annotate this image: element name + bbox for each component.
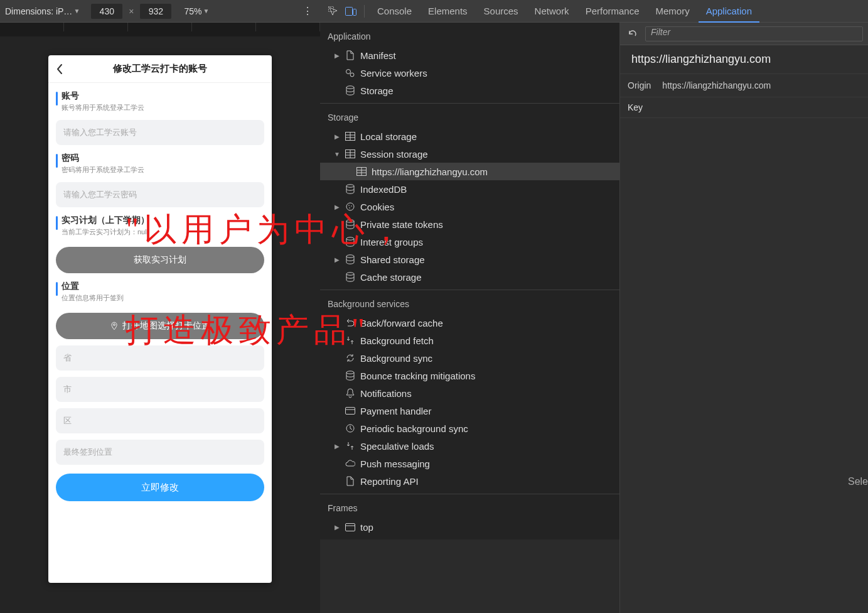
final-location-input[interactable]: 最终签到位置	[56, 440, 264, 465]
sidebar-item-label: IndexedDB	[360, 184, 407, 195]
device-viewport: 修改工学云打卡的账号 账号 账号将用于系统登录工学云 请输入您工学云账号	[0, 36, 320, 613]
svg-point-18	[346, 371, 354, 374]
fetch-icon	[345, 335, 355, 345]
sidebar-item-private-tokens[interactable]: Private state tokens	[320, 215, 619, 233]
sidebar-item-background-sync[interactable]: Background sync	[320, 349, 619, 367]
filter-input[interactable]: Filter	[645, 26, 863, 41]
sidebar-item-manifest[interactable]: ▶ Manifest	[320, 46, 619, 64]
chevron-right-icon: ▶	[334, 133, 340, 140]
document-icon	[345, 50, 355, 60]
field-marker	[56, 282, 58, 296]
sidebar-item-cache-storage[interactable]: Cache storage	[320, 268, 619, 286]
device-toolbar: Dimensions: iP… ▼ 430 × 932 75% ▼ ⋮	[0, 0, 320, 23]
sidebar-item-label: Shared storage	[360, 254, 425, 265]
svg-point-10	[346, 203, 354, 210]
sidebar-item-session-storage[interactable]: ▼ Session storage	[320, 145, 619, 163]
app-header: 修改工学云打卡的账号	[48, 55, 272, 83]
submit-button[interactable]: 立即修改	[56, 474, 264, 501]
zoom-label: 75%	[184, 6, 201, 16]
sidebar-item-label: Private state tokens	[360, 219, 443, 230]
sidebar-item-session-storage-host[interactable]: https://liangzhizhangyu.com	[320, 163, 619, 180]
password-input[interactable]: 请输入您工学云密码	[56, 182, 264, 207]
sidebar-item-frame-top[interactable]: ▶ top	[320, 518, 619, 536]
tab-memory[interactable]: Memory	[648, 0, 697, 23]
svg-point-12	[351, 205, 352, 207]
sidebar-item-push-messaging[interactable]: Push messaging	[320, 455, 619, 472]
sidebar-item-background-fetch[interactable]: Background fetch	[320, 332, 619, 349]
sidebar-item-bounce-mitigations[interactable]: Bounce tracking mitigations	[320, 367, 619, 384]
tab-sources[interactable]: Sources	[476, 0, 526, 23]
account-input[interactable]: 请输入您工学云账号	[56, 120, 264, 145]
inspect-element-icon[interactable]	[325, 3, 341, 19]
sidebar-item-periodic-sync[interactable]: Periodic background sync	[320, 420, 619, 437]
svg-point-16	[346, 255, 354, 258]
chevron-right-icon: ▶	[334, 203, 340, 210]
devtools-tabbar: Console Elements Sources Network Perform…	[320, 0, 868, 23]
sidebar-item-speculative-loads[interactable]: ▶ Speculative loads	[320, 437, 619, 455]
tab-network[interactable]: Network	[527, 0, 577, 23]
svg-point-13	[349, 207, 350, 209]
svg-rect-1	[346, 7, 353, 15]
times-separator: ×	[129, 6, 134, 16]
city-input[interactable]: 市	[56, 377, 264, 402]
sidebar-item-notifications[interactable]: Notifications	[320, 384, 619, 402]
credit-card-icon	[345, 406, 355, 416]
tab-elements[interactable]: Elements	[421, 0, 475, 23]
device-height-input[interactable]: 932	[140, 4, 171, 19]
sidebar-item-local-storage[interactable]: ▶ Local storage	[320, 127, 619, 145]
more-options-icon[interactable]: ⋮	[300, 5, 315, 17]
fetch-icon	[345, 441, 355, 451]
chevron-down-icon: ▼	[203, 8, 210, 14]
sidebar-item-indexeddb[interactable]: IndexedDB	[320, 180, 619, 198]
sidebar-item-service-workers[interactable]: Service workers	[320, 64, 619, 82]
window-icon	[345, 522, 355, 532]
position-label: 位置	[62, 281, 124, 292]
table-header-key[interactable]: Key	[620, 97, 868, 118]
sync-icon	[345, 353, 355, 363]
password-sublabel: 密码将用于系统登录工学云	[62, 165, 144, 175]
sidebar-item-cookies[interactable]: ▶ Cookies	[320, 198, 619, 215]
origin-row: Origin https://liangzhizhangyu.com	[620, 74, 868, 97]
tab-console[interactable]: Console	[370, 0, 419, 23]
sidebar-item-back-forward-cache[interactable]: Back/forward cache	[320, 314, 619, 332]
svg-point-9	[346, 185, 354, 187]
sidebar-item-interest-groups[interactable]: Interest groups	[320, 233, 619, 251]
chevron-right-icon: ▶	[334, 256, 340, 263]
province-input[interactable]: 省	[56, 345, 264, 371]
sidebar-item-label: Back/forward cache	[360, 318, 443, 328]
origin-label: Origin	[628, 80, 651, 90]
svg-point-4	[350, 73, 354, 77]
cookie-icon	[345, 202, 355, 212]
sidebar-item-label: Background sync	[360, 353, 432, 364]
sidebar-item-label: Reporting API	[360, 476, 419, 487]
sidebar-item-payment-handler[interactable]: Payment handler	[320, 402, 619, 420]
application-sidebar: Application ▶ Manifest Service workers S…	[320, 23, 620, 613]
svg-point-14	[346, 220, 354, 222]
toggle-device-toolbar-icon[interactable]	[343, 3, 359, 19]
tab-performance[interactable]: Performance	[578, 0, 647, 23]
sidebar-item-label: Service workers	[360, 68, 427, 79]
chevron-right-icon: ▶	[334, 443, 340, 450]
get-plan-button[interactable]: 获取实习计划	[56, 247, 264, 273]
open-map-button[interactable]: 打开地图选择打卡位置	[56, 313, 264, 339]
district-input[interactable]: 区	[56, 408, 264, 433]
device-width-input[interactable]: 430	[91, 4, 122, 19]
sidebar-item-shared-storage[interactable]: ▶ Shared storage	[320, 251, 619, 268]
zoom-selector[interactable]: 75% ▼	[184, 6, 209, 16]
svg-rect-19	[346, 408, 355, 415]
database-icon	[345, 272, 355, 282]
tab-application[interactable]: Application	[699, 0, 759, 23]
table-icon	[356, 166, 367, 176]
divider	[364, 5, 365, 18]
sidebar-item-app-storage[interactable]: Storage	[320, 82, 619, 99]
devtools-panel: Console Elements Sources Network Perform…	[320, 0, 868, 613]
map-pin-icon	[110, 322, 119, 330]
sidebar-item-label: Speculative loads	[360, 441, 434, 452]
chevron-right-icon: ▶	[334, 524, 340, 531]
account-label: 账号	[62, 90, 144, 102]
refresh-icon[interactable]	[625, 26, 640, 41]
sidebar-item-label: Cookies	[360, 202, 394, 212]
device-dimensions-selector[interactable]: Dimensions: iP… ▼	[5, 6, 80, 16]
sidebar-item-reporting-api[interactable]: Reporting API	[320, 472, 619, 490]
sidebar-item-label: top	[360, 522, 373, 533]
